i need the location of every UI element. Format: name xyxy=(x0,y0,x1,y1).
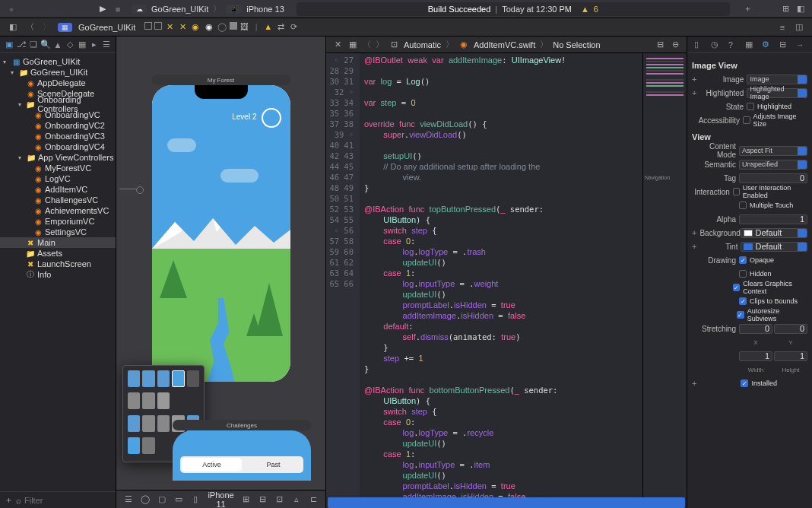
history-insp-icon[interactable]: ◷ xyxy=(711,40,720,49)
autoresize-checkbox[interactable]: ✓ xyxy=(737,311,744,319)
jump-bar[interactable]: ✕ ▦ 〈〉 ⊡ Automatic 〉 ◉ AddItemVC.swift 〉… xyxy=(326,37,687,53)
canvas-opt-1[interactable]: ◯ xyxy=(141,494,150,505)
mt-checkbox[interactable] xyxy=(739,202,747,209)
stretch-x[interactable]: 0 xyxy=(739,324,772,334)
run-button[interactable]: ▶ xyxy=(97,4,108,14)
seg-past[interactable]: Past xyxy=(243,456,303,473)
canvas-device[interactable]: iPhone 11 xyxy=(208,491,233,509)
vc-close-2[interactable]: ✕ xyxy=(177,22,188,33)
code-area[interactable]: @IBOutlet weak var addItemImage: UIImage… xyxy=(360,53,642,497)
gutter[interactable]: ◦ 27 28 29 30 31 32 ◦ 33 34 35 36 37 38 … xyxy=(326,53,360,497)
phone-preview[interactable]: Level 2 xyxy=(152,85,290,382)
vc-reload[interactable]: ⟳ xyxy=(289,22,300,33)
clears-checkbox[interactable]: ✓ xyxy=(733,284,740,291)
issue-nav-icon[interactable]: ▲ xyxy=(54,40,62,49)
add-file-button[interactable]: ＋ xyxy=(5,495,13,506)
file-log[interactable]: ◉LogVC xyxy=(0,173,116,184)
split-editor[interactable]: ◫ xyxy=(794,22,804,33)
vc-close-1[interactable]: ✕ xyxy=(164,22,175,33)
clips-checkbox[interactable]: ✓ xyxy=(739,297,747,305)
phone-preview-2[interactable]: Active Past xyxy=(173,430,311,481)
uie-checkbox[interactable] xyxy=(733,188,740,195)
file-main-storyboard[interactable]: ✖Main xyxy=(0,237,116,248)
file-ob4[interactable]: ◉OnboardingVC4 xyxy=(0,141,116,152)
editor-options[interactable]: ≡ xyxy=(777,22,788,33)
vc-adjust[interactable]: ⇄ xyxy=(276,22,287,33)
content-mode-select[interactable]: Aspect Fit xyxy=(739,146,807,156)
canvas-embed[interactable]: ⊏ xyxy=(309,494,318,505)
folder-onboarding[interactable]: ▾📁Onboarding Controllers xyxy=(0,99,116,110)
stretch-h[interactable]: 1 xyxy=(774,351,807,361)
project-tree[interactable]: ▾▦GoGreen_UIKit ▾📁GoGreen_UIKit ◉AppDele… xyxy=(0,53,116,491)
canvas-opt-4[interactable]: ▯ xyxy=(191,494,200,505)
highlighted-field[interactable]: Highlighted Image xyxy=(747,88,807,98)
vc-circle-3[interactable]: ◯ xyxy=(217,22,227,33)
filter-input[interactable] xyxy=(24,496,129,505)
back-button[interactable]: 〈 xyxy=(24,22,35,33)
vc-image[interactable]: 🖼 xyxy=(239,21,250,32)
file-settings[interactable]: ◉SettingsVC xyxy=(0,227,116,237)
scene-header-2[interactable]: Challenges xyxy=(173,420,311,430)
scene-header-1[interactable]: My Forest xyxy=(152,75,290,85)
project-nav-icon[interactable]: ▣ xyxy=(5,40,14,49)
stretch-w[interactable]: 1 xyxy=(739,351,772,361)
background-field[interactable]: Default xyxy=(741,228,807,238)
segmented-control[interactable]: Active Past xyxy=(180,456,303,473)
related-items[interactable]: ▦ xyxy=(347,40,358,50)
stop-button[interactable]: ■ xyxy=(113,4,123,14)
file-assets[interactable]: 📁Assets xyxy=(0,248,116,259)
file-ob1[interactable]: ◉OnboardingVC xyxy=(0,110,116,120)
acc-checkbox[interactable] xyxy=(743,116,750,124)
interface-builder-canvas[interactable]: My Forest Level 2 xyxy=(116,37,326,508)
breakpoint-nav-icon[interactable]: ▸ xyxy=(90,40,99,49)
outline-toggle[interactable]: ☰ xyxy=(124,494,133,505)
vc-square-2[interactable] xyxy=(154,22,162,30)
vc-warn[interactable]: ▲ xyxy=(263,21,274,32)
seg-active[interactable]: Active xyxy=(182,458,242,471)
file-ob2[interactable]: ◉OnboardingVC2 xyxy=(0,120,116,131)
vc-circle-2[interactable]: ◉ xyxy=(204,22,214,33)
file-myforest[interactable]: ◉MyForestVC xyxy=(0,163,116,173)
add-editor-button[interactable]: ＋ xyxy=(742,4,753,14)
report-nav-icon[interactable]: ☰ xyxy=(103,40,111,49)
symbol-nav-icon[interactable]: ❏ xyxy=(30,40,38,49)
file-launchscreen[interactable]: ✖LaunchScreen xyxy=(0,259,116,269)
help-insp-icon[interactable]: ? xyxy=(728,40,737,49)
minimap[interactable]: Navigation xyxy=(642,53,687,497)
scheme-name[interactable]: GoGreen_UIKit xyxy=(151,5,208,14)
canvas-opt-2[interactable]: ▢ xyxy=(157,494,167,505)
test-nav-icon[interactable]: ◇ xyxy=(66,40,75,49)
file-challenges[interactable]: ◉ChallengesVC xyxy=(0,195,116,205)
file-achievements[interactable]: ◉AchievementsVC xyxy=(0,205,116,216)
debug-bar[interactable] xyxy=(328,497,685,508)
vc-circle-1[interactable]: ◉ xyxy=(190,22,201,33)
source-control-icon[interactable]: ⎇ xyxy=(17,40,26,49)
canvas-align-1[interactable]: ⊞ xyxy=(242,494,251,505)
alpha-field[interactable]: 1 xyxy=(739,214,807,224)
editor-close[interactable]: ⊖ xyxy=(670,40,680,50)
jump-file[interactable]: AddItemVC.swift xyxy=(474,40,535,49)
opaque-checkbox[interactable]: ✓ xyxy=(739,256,747,264)
tree-project[interactable]: ▾📁GoGreen_UIKit xyxy=(0,67,116,78)
file-emporium[interactable]: ◉EmporiumVC xyxy=(0,216,116,227)
jump-automatic[interactable]: Automatic xyxy=(404,40,441,49)
tree-root[interactable]: ▾▦GoGreen_UIKit xyxy=(0,56,116,67)
warning-count[interactable]: 6 xyxy=(594,5,598,14)
attributes-insp-icon[interactable]: ⚙ xyxy=(762,40,771,49)
file-additem[interactable]: ◉AddItemVC xyxy=(0,184,116,195)
image-field[interactable]: Image xyxy=(747,75,807,84)
inspectors-toggle[interactable]: ◧ xyxy=(795,4,806,14)
navigator-toggle[interactable]: ◧ xyxy=(8,22,18,33)
canvas-align-4[interactable]: ▵ xyxy=(292,494,301,505)
close-tab[interactable]: ✕ xyxy=(332,40,343,50)
identity-insp-icon[interactable]: ▦ xyxy=(745,40,754,49)
vc-square-3[interactable] xyxy=(230,22,237,30)
canvas-opt-3[interactable]: ▭ xyxy=(174,494,183,505)
library-button[interactable]: ⊞ xyxy=(780,4,791,14)
debug-nav-icon[interactable]: ▦ xyxy=(78,40,87,49)
vc-square-1[interactable] xyxy=(144,22,152,30)
installed-checkbox[interactable]: ✓ xyxy=(741,379,748,387)
file-info[interactable]: ⓘInfo xyxy=(0,269,116,280)
tab-title[interactable]: GoGreen_UIKit xyxy=(78,23,135,32)
canvas-align-2[interactable]: ⊟ xyxy=(259,494,268,505)
